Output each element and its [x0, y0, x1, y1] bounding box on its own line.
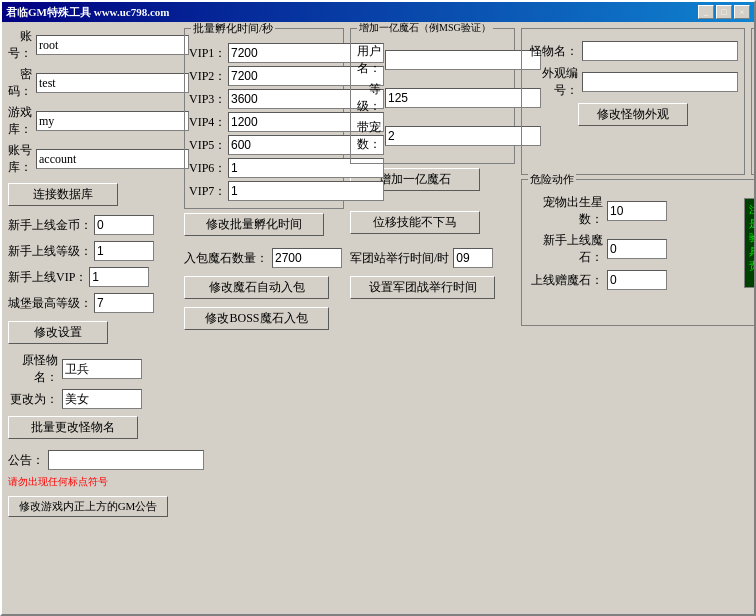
- password-row: 密码：: [8, 66, 178, 100]
- vip2-label: VIP2：: [189, 68, 224, 85]
- vip7-input[interactable]: [228, 181, 384, 201]
- new-gold-label: 新手上线金币：: [8, 217, 92, 234]
- new-gold-input[interactable]: [94, 215, 154, 235]
- monster-appearance-group: 怪物名： 外观编号： 修改怪物外观: [521, 28, 745, 175]
- army-time-input[interactable]: [453, 248, 493, 268]
- main-window: 君临GM特殊工具 www.uc798.com _ □ × 账号： 密码： 游戏库…: [0, 0, 756, 616]
- pet-star-label: 宠物出生星数：: [528, 194, 603, 228]
- change-to-row: 更改为：: [8, 389, 178, 409]
- original-monster-row: 原怪物名：: [8, 352, 178, 386]
- minimize-button[interactable]: _: [698, 5, 714, 19]
- set-army-button[interactable]: 设置军团战举行时间: [350, 276, 495, 299]
- am-pet-row: 带宠数：: [357, 119, 508, 153]
- right-column: 怪物名： 外观编号： 修改怪物外观 广告 君临网络专业魔域私服一条龙，游戏架设服…: [521, 28, 754, 608]
- vip7-label: VIP7：: [189, 183, 224, 200]
- vip6-label: VIP6：: [189, 160, 224, 177]
- hatch-group-title: 批量孵化时间/秒: [191, 22, 275, 36]
- new-vip-row: 新手上线VIP：: [8, 267, 178, 287]
- add-magic-group: 增加一亿魔石（例MSG验证） 用户名： 等级： 带宠数：: [350, 28, 515, 164]
- new-vip-input[interactable]: [89, 267, 149, 287]
- warning-box: 注意，修改以上设置前，请先使你的MSG是否发符合无限，MSG修改魔石是否需要验证…: [744, 198, 754, 288]
- game-db-input[interactable]: [36, 111, 189, 131]
- ad-box: 广告 君临网络专业魔域私服一条龙，游戏架设服务器相用，版本制作，网站建设，GM工…: [751, 28, 754, 175]
- vip3-label: VIP3：: [189, 91, 224, 108]
- new-magic-row: 新手上线魔石：: [528, 232, 728, 266]
- modify-appearance-button[interactable]: 修改怪物外观: [578, 103, 688, 126]
- am-username-input[interactable]: [385, 50, 541, 70]
- max-castle-label: 城堡最高等级：: [8, 295, 92, 312]
- change-to-input[interactable]: [62, 389, 142, 409]
- vip1-label: VIP1：: [189, 45, 224, 62]
- army-time-row: 军团站举行时间/时: [350, 248, 515, 268]
- modify-hatch-button[interactable]: 修改批量孵化时间: [184, 213, 324, 236]
- vip1-row: VIP1：: [189, 43, 339, 63]
- account-input[interactable]: [36, 35, 189, 55]
- vip2-row: VIP2：: [189, 66, 339, 86]
- am-username-row: 用户名：: [357, 43, 508, 77]
- am-pet-input[interactable]: [385, 126, 541, 146]
- monster-name-field-label: 怪物名：: [528, 43, 578, 60]
- online-magic-input[interactable]: [607, 270, 667, 290]
- vip6-row: VIP6：: [189, 158, 339, 178]
- max-castle-row: 城堡最高等级：: [8, 293, 178, 313]
- account-row: 账号：: [8, 28, 178, 62]
- game-db-label: 游戏库：: [8, 104, 32, 138]
- vip4-label: VIP4：: [189, 114, 224, 131]
- announce-row: 公告：: [8, 450, 178, 470]
- new-gold-row: 新手上线金币：: [8, 215, 178, 235]
- magic-count-label: 入包魔石数量：: [184, 250, 268, 267]
- pet-star-input[interactable]: [607, 201, 667, 221]
- new-level-row: 新手上线等级：: [8, 241, 178, 261]
- account-db-label: 账号库：: [8, 142, 32, 176]
- modify-magic-button[interactable]: 修改魔石自动入包: [184, 276, 329, 299]
- right-middle-column: 增加一亿魔石（例MSG验证） 用户名： 等级： 带宠数： 增加一亿魔石 位移技能…: [350, 28, 515, 608]
- magic-count-input[interactable]: [272, 248, 342, 268]
- new-level-label: 新手上线等级：: [8, 243, 92, 260]
- am-level-row: 等级：: [357, 81, 508, 115]
- maximize-button[interactable]: □: [716, 5, 732, 19]
- new-level-input[interactable]: [94, 241, 154, 261]
- title-bar: 君临GM特殊工具 www.uc798.com _ □ ×: [2, 2, 754, 22]
- move-skill-button[interactable]: 位移技能不下马: [350, 211, 480, 234]
- window-controls: _ □ ×: [698, 5, 750, 19]
- batch-monster-button[interactable]: 批量更改怪物名: [8, 416, 138, 439]
- middle-column: 批量孵化时间/秒 VIP1： VIP2： VIP3： VIP4：: [184, 28, 344, 608]
- left-column: 账号： 密码： 游戏库： 账号库： 连接数据库 新手上线金币： 新手上线等级: [8, 28, 178, 608]
- online-magic-label: 上线赠魔石：: [528, 272, 603, 289]
- magic-count-row: 入包魔石数量：: [184, 248, 344, 268]
- new-magic-input[interactable]: [607, 239, 667, 259]
- am-pet-label: 带宠数：: [357, 119, 381, 153]
- vip3-row: VIP3：: [189, 89, 339, 109]
- window-title: 君临GM特殊工具 www.uc798.com: [6, 5, 169, 20]
- vip7-row: VIP7：: [189, 181, 339, 201]
- change-to-label: 更改为：: [8, 391, 58, 408]
- modify-boss-button[interactable]: 修改BOSS魔石入包: [184, 307, 329, 330]
- appearance-field-label: 外观编号：: [528, 65, 578, 99]
- vip5-label: VIP5：: [189, 137, 224, 154]
- modify-announce-button[interactable]: 修改游戏内正上方的GM公告: [8, 496, 168, 517]
- monster-name-field-input[interactable]: [582, 41, 738, 61]
- game-db-row: 游戏库：: [8, 104, 178, 138]
- am-level-label: 等级：: [357, 81, 381, 115]
- modify-settings-button[interactable]: 修改设置: [8, 321, 108, 344]
- connect-button[interactable]: 连接数据库: [8, 183, 118, 206]
- vip4-row: VIP4：: [189, 112, 339, 132]
- close-button[interactable]: ×: [734, 5, 750, 19]
- announce-label: 公告：: [8, 452, 44, 469]
- am-level-input[interactable]: [385, 88, 541, 108]
- announce-warn: 请勿出现任何标点符号: [8, 475, 178, 489]
- announce-input[interactable]: [48, 450, 204, 470]
- hatch-group: 批量孵化时间/秒 VIP1： VIP2： VIP3： VIP4：: [184, 28, 344, 209]
- original-monster-input[interactable]: [62, 359, 142, 379]
- account-db-input[interactable]: [36, 149, 189, 169]
- max-castle-input[interactable]: [94, 293, 154, 313]
- vip5-row: VIP5：: [189, 135, 339, 155]
- password-input[interactable]: [36, 73, 189, 93]
- new-magic-label: 新手上线魔石：: [528, 232, 603, 266]
- appearance-field-input[interactable]: [582, 72, 738, 92]
- online-magic-row: 上线赠魔石：: [528, 270, 728, 290]
- am-username-label: 用户名：: [357, 43, 381, 77]
- pet-star-row: 宠物出生星数：: [528, 194, 728, 228]
- account-db-row: 账号库：: [8, 142, 178, 176]
- danger-group: 危险动作 宠物出生星数： 新手上线魔石： 上线赠魔石：: [521, 179, 754, 326]
